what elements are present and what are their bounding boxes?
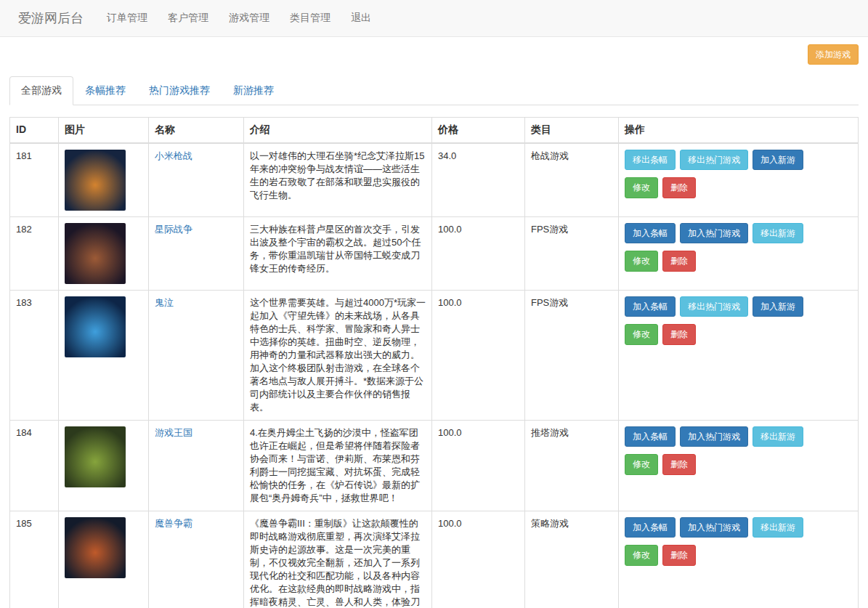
- game-intro-cell: 以一对雄伟的大理石坐骑*纪念艾泽拉斯15年来的冲突纷争与战友情谊——这些活生生的…: [244, 143, 432, 217]
- edit-delete-actions: 修改删除: [625, 545, 852, 565]
- edit-button[interactable]: 修改: [625, 251, 658, 271]
- game-price-cell: 100.0: [432, 291, 525, 421]
- game-name-link[interactable]: 魔兽争霸: [155, 518, 192, 529]
- game-intro-cell: 三大种族在科普卢星区的首次交手，引发出波及整个宇宙的霸权之战。超过50个任务，带…: [244, 217, 432, 291]
- nav-item-games[interactable]: 游戏管理: [219, 1, 280, 36]
- edit-button[interactable]: 修改: [625, 324, 658, 344]
- game-thumbnail: [65, 517, 126, 578]
- tab-all-games[interactable]: 全部游戏: [9, 76, 73, 105]
- game-actions-cell: 加入条幅加入热门游戏移出新游 修改删除: [619, 421, 859, 511]
- edit-delete-actions: 修改删除: [625, 251, 852, 271]
- game-id-cell: 181: [10, 143, 59, 217]
- table-row: 181 小米枪战 以一对雄伟的大理石坐骑*纪念艾泽拉斯15年来的冲突纷争与战友情…: [10, 143, 859, 217]
- add-to-hot-button[interactable]: 加入热门游戏: [680, 426, 748, 447]
- col-header-category: 类目: [525, 118, 619, 144]
- game-name-cell: 小米枪战: [149, 143, 244, 217]
- game-price-cell: 34.0: [432, 143, 525, 217]
- remove-from-new-button[interactable]: 移出新游: [753, 223, 803, 243]
- remove-from-new-button[interactable]: 移出新游: [753, 426, 803, 447]
- game-id-cell: 182: [10, 217, 59, 291]
- remove-from-hot-button[interactable]: 移出热门游戏: [680, 150, 748, 170]
- add-to-hot-button[interactable]: 加入热门游戏: [680, 223, 748, 243]
- col-header-id: ID: [10, 118, 59, 144]
- game-actions-cell: 加入条幅加入热门游戏移出新游 修改删除: [619, 511, 859, 608]
- table-row: 184 游戏王国 4.在奥丹姆尘土飞扬的沙漠中，怪盗军团也许正在崛起，但是希望将…: [10, 421, 859, 511]
- game-image-cell: [59, 217, 149, 291]
- edit-delete-actions: 修改删除: [625, 454, 852, 474]
- game-actions-cell: 移出条幅移出热门游戏加入新游 修改删除: [619, 143, 859, 217]
- delete-button[interactable]: 删除: [662, 251, 696, 271]
- games-table-header: ID 图片 名称 介绍 价格 类目 操作: [10, 118, 859, 144]
- game-image-cell: [59, 511, 149, 608]
- nav-item-logout[interactable]: 退出: [341, 1, 381, 36]
- game-category-cell: 枪战游戏: [525, 143, 619, 217]
- nav-item-categories[interactable]: 类目管理: [280, 1, 341, 36]
- game-id-cell: 183: [10, 291, 59, 421]
- game-category-cell: 策略游戏: [525, 511, 619, 608]
- game-image-cell: [59, 143, 149, 217]
- main-content: 添加游戏 全部游戏 条幅推荐 热门游戏推荐 新游推荐 ID 图片 名称 介绍 价…: [0, 44, 868, 608]
- add-to-new-button[interactable]: 加入新游: [753, 296, 803, 317]
- delete-button[interactable]: 删除: [662, 545, 696, 565]
- nav-item-orders[interactable]: 订单管理: [97, 1, 158, 36]
- nav-item-customers[interactable]: 客户管理: [158, 1, 219, 36]
- delete-button[interactable]: 删除: [662, 324, 696, 344]
- game-intro-cell: 这个世界需要英雄。与超过4000万*玩家一起加入《守望先锋》的未来战场，从各具特…: [244, 291, 432, 421]
- table-row: 182 星际战争 三大种族在科普卢星区的首次交手，引发出波及整个宇宙的霸权之战。…: [10, 217, 859, 291]
- add-to-new-button[interactable]: 加入新游: [753, 150, 803, 170]
- game-id-cell: 185: [10, 511, 59, 608]
- delete-button[interactable]: 删除: [662, 177, 696, 198]
- game-price-cell: 100.0: [432, 511, 525, 608]
- add-to-hot-button[interactable]: 加入热门游戏: [680, 517, 748, 538]
- navbar-brand[interactable]: 爱游网后台: [9, 9, 97, 27]
- edit-delete-actions: 修改删除: [625, 324, 852, 344]
- tab-hot-games-recommend[interactable]: 热门游戏推荐: [137, 76, 222, 105]
- col-header-intro: 介绍: [244, 118, 432, 144]
- tab-new-games-recommend[interactable]: 新游推荐: [222, 76, 285, 105]
- add-to-banner-button[interactable]: 加入条幅: [625, 426, 676, 447]
- tab-banner-recommend[interactable]: 条幅推荐: [73, 76, 137, 105]
- game-price-cell: 100.0: [432, 421, 525, 511]
- delete-button[interactable]: 删除: [662, 454, 696, 474]
- game-name-cell: 鬼泣: [149, 291, 244, 421]
- game-price-cell: 100.0: [432, 217, 525, 291]
- game-id-cell: 184: [10, 421, 59, 511]
- edit-button[interactable]: 修改: [625, 545, 658, 565]
- games-table: ID 图片 名称 介绍 价格 类目 操作 181 小米枪战 以一对雄伟的大理石坐…: [9, 117, 859, 608]
- game-intro-cell: 《魔兽争霸III：重制版》让这款颠覆性的即时战略游戏彻底重塑，再次演绎艾泽拉斯史…: [244, 511, 432, 608]
- col-header-name: 名称: [149, 118, 244, 144]
- game-actions-cell: 加入条幅移出热门游戏加入新游 修改删除: [619, 291, 859, 421]
- add-to-banner-button[interactable]: 加入条幅: [625, 223, 676, 243]
- recommend-actions: 加入条幅加入热门游戏移出新游: [625, 223, 852, 243]
- game-image-cell: [59, 291, 149, 421]
- add-to-banner-button[interactable]: 加入条幅: [625, 296, 676, 317]
- game-name-link[interactable]: 星际战争: [155, 224, 192, 235]
- table-row: 183 鬼泣 这个世界需要英雄。与超过4000万*玩家一起加入《守望先锋》的未来…: [10, 291, 859, 421]
- recommend-actions: 加入条幅加入热门游戏移出新游: [625, 426, 852, 447]
- game-name-link[interactable]: 小米枪战: [155, 150, 192, 161]
- game-image-cell: [59, 421, 149, 511]
- edit-button[interactable]: 修改: [625, 454, 658, 474]
- col-header-price: 价格: [432, 118, 525, 144]
- remove-from-hot-button[interactable]: 移出热门游戏: [680, 296, 748, 317]
- add-to-banner-button[interactable]: 加入条幅: [625, 517, 676, 538]
- game-category-cell: 推塔游戏: [525, 421, 619, 511]
- game-thumbnail: [65, 223, 126, 284]
- game-category-cell: FPS游戏: [525, 217, 619, 291]
- add-game-button[interactable]: 添加游戏: [808, 44, 859, 65]
- remove-from-new-button[interactable]: 移出新游: [753, 517, 803, 538]
- game-name-link[interactable]: 鬼泣: [155, 297, 174, 308]
- edit-button[interactable]: 修改: [625, 177, 658, 198]
- game-name-link[interactable]: 游戏王国: [155, 427, 192, 438]
- top-navbar: 爱游网后台 订单管理 客户管理 游戏管理 类目管理 退出: [0, 0, 868, 37]
- remove-from-banner-button[interactable]: 移出条幅: [625, 150, 676, 170]
- edit-delete-actions: 修改删除: [625, 177, 852, 198]
- col-header-actions: 操作: [619, 118, 859, 144]
- recommend-actions: 加入条幅加入热门游戏移出新游: [625, 517, 852, 538]
- games-table-body: 181 小米枪战 以一对雄伟的大理石坐骑*纪念艾泽拉斯15年来的冲突纷争与战友情…: [10, 143, 859, 608]
- recommend-actions: 移出条幅移出热门游戏加入新游: [625, 150, 852, 170]
- game-thumbnail: [65, 426, 126, 487]
- col-header-image: 图片: [59, 118, 149, 144]
- game-name-cell: 星际战争: [149, 217, 244, 291]
- game-name-cell: 魔兽争霸: [149, 511, 244, 608]
